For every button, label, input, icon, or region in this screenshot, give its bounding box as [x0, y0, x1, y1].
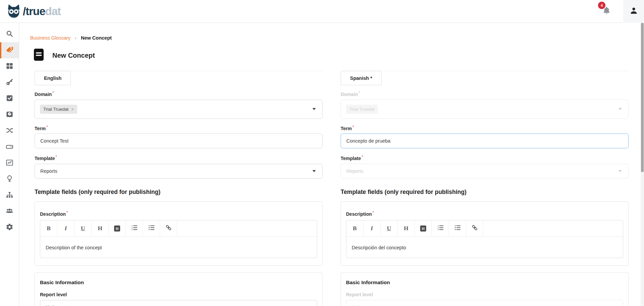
description-content[interactable]: Description of the concept — [40, 237, 317, 258]
heading-block-icon: H — [114, 225, 120, 232]
spanish-tabstrip: Spanish * — [341, 71, 629, 85]
chevron-down-icon — [312, 170, 316, 172]
scrollbar-thumb[interactable] — [641, 23, 644, 172]
breadcrumb: Business Glossary › New Concept — [30, 35, 629, 41]
key-icon — [6, 78, 13, 87]
ordered-list-icon: 123 — [131, 224, 138, 233]
sidebar-item-modules[interactable] — [0, 58, 19, 74]
heading-block-button[interactable]: H — [415, 220, 432, 237]
domain-multiselect-disabled: Trial Truedat — [341, 100, 629, 119]
svg-text:3: 3 — [437, 228, 439, 231]
sidebar-item-quality[interactable] — [0, 107, 19, 123]
link-button[interactable] — [466, 220, 483, 237]
sidebar-item-structures[interactable] — [0, 139, 19, 155]
underline-button[interactable]: U — [381, 220, 398, 237]
sidebar-item-insights[interactable] — [0, 171, 19, 187]
sidebar-item-settings[interactable] — [0, 219, 19, 236]
italic-button[interactable]: I — [57, 220, 75, 237]
basic-information-title: Basic Information — [346, 279, 623, 286]
sidebar-item-glossary[interactable] — [0, 42, 19, 58]
bell-icon — [602, 10, 611, 16]
domain-tag: Trial Truedat — [346, 105, 378, 114]
check-square-icon — [6, 94, 13, 103]
italic-button[interactable]: I — [363, 220, 381, 237]
report-level-label: Report level — [40, 292, 317, 297]
breadcrumb-current: New Concept — [81, 35, 112, 41]
sidebar-item-lineage[interactable] — [0, 123, 19, 139]
gear-icon — [6, 223, 13, 232]
sidebar-nav — [0, 23, 19, 306]
spanish-column: Spanish * Domain* Trial Truedat Term* Te… — [341, 71, 629, 306]
term-input[interactable] — [35, 134, 323, 148]
chevron-down-icon — [312, 108, 316, 110]
remove-tag-icon[interactable]: × — [71, 107, 74, 112]
lightbulb-icon — [6, 175, 13, 184]
heading-button[interactable]: H — [92, 220, 109, 237]
breadcrumb-business-glossary[interactable]: Business Glossary — [30, 35, 70, 41]
description-card: Description* B I U H H 123 Descriptio — [35, 201, 323, 266]
domain-multiselect[interactable]: Trial Truedat× — [35, 100, 323, 119]
shuffle-icon — [6, 126, 13, 136]
link-icon — [165, 224, 172, 233]
sitemap-icon — [6, 191, 13, 200]
template-fields-heading: Template fields (only required for publi… — [341, 189, 629, 196]
page-title: New Concept — [52, 52, 95, 59]
bold-button[interactable]: B — [346, 220, 363, 237]
heading-button[interactable]: H — [398, 220, 415, 237]
domain-label: Domain* — [35, 91, 323, 97]
heading-block-button[interactable]: H — [109, 220, 126, 237]
unordered-list-icon — [148, 224, 155, 233]
term-input-focused[interactable] — [341, 134, 629, 148]
chevron-down-icon — [618, 108, 622, 110]
report-level-select-disabled: Main report — [346, 300, 623, 306]
bold-icon: B — [353, 225, 357, 232]
notifications-button[interactable]: 4 — [602, 6, 611, 16]
users-icon — [6, 207, 13, 216]
tab-spanish[interactable]: Spanish * — [341, 71, 382, 85]
editor-toolbar: B I U H H 123 — [346, 220, 623, 237]
user-menu-button[interactable] — [623, 0, 644, 23]
unordered-list-button[interactable] — [449, 220, 466, 237]
underline-button[interactable]: U — [75, 220, 92, 237]
sidebar-item-users[interactable] — [0, 203, 19, 219]
template-label: Template* — [341, 155, 629, 161]
unordered-list-button[interactable] — [143, 220, 160, 237]
underline-icon: U — [81, 225, 85, 232]
description-label: Description* — [346, 210, 623, 217]
ordered-list-button[interactable]: 123 — [432, 220, 449, 237]
svg-text:3: 3 — [131, 228, 133, 231]
required-marker: * — [52, 91, 54, 95]
heading-icon: H — [404, 225, 408, 232]
heading-block-icon: H — [420, 225, 426, 232]
report-level-select[interactable]: Main report — [40, 300, 317, 306]
breadcrumb-separator: › — [75, 35, 77, 41]
basic-information-title: Basic Information — [40, 279, 317, 286]
italic-icon: I — [65, 225, 67, 232]
sidebar-item-permissions[interactable] — [0, 74, 19, 91]
unordered-list-icon — [454, 224, 461, 233]
description-card: Description* B I U H H 123 Descripció — [341, 201, 629, 266]
english-tabstrip: English — [35, 71, 323, 85]
chevron-down-icon — [618, 170, 622, 172]
link-button[interactable] — [160, 220, 177, 237]
notification-badge: 4 — [598, 2, 605, 9]
description-editor: B I U H H 123 Description of the concept — [40, 220, 317, 258]
sidebar-item-rules[interactable] — [0, 91, 19, 107]
required-marker: * — [66, 210, 68, 214]
required-marker: * — [361, 155, 363, 159]
ordered-list-button[interactable]: 123 — [126, 220, 143, 237]
bold-button[interactable]: B — [40, 220, 57, 237]
sidebar-item-dashboards[interactable] — [0, 155, 19, 171]
main-content: Business Glossary › New Concept New Conc… — [19, 23, 644, 306]
description-editor: B I U H H 123 Descripción del concepto — [346, 220, 623, 258]
ordered-list-icon: 123 — [437, 224, 444, 233]
tab-english[interactable]: English — [35, 71, 71, 85]
truedat-logo[interactable]: /truedat — [6, 4, 61, 19]
template-select[interactable]: Reports — [35, 164, 323, 178]
sidebar-item-taxonomy[interactable] — [0, 187, 19, 203]
grid-icon — [6, 62, 13, 71]
user-avatar-icon — [630, 6, 638, 16]
logo-text: /truedat — [23, 6, 61, 17]
description-content[interactable]: Descripción del concepto — [346, 237, 623, 258]
sidebar-item-search[interactable] — [0, 26, 19, 42]
